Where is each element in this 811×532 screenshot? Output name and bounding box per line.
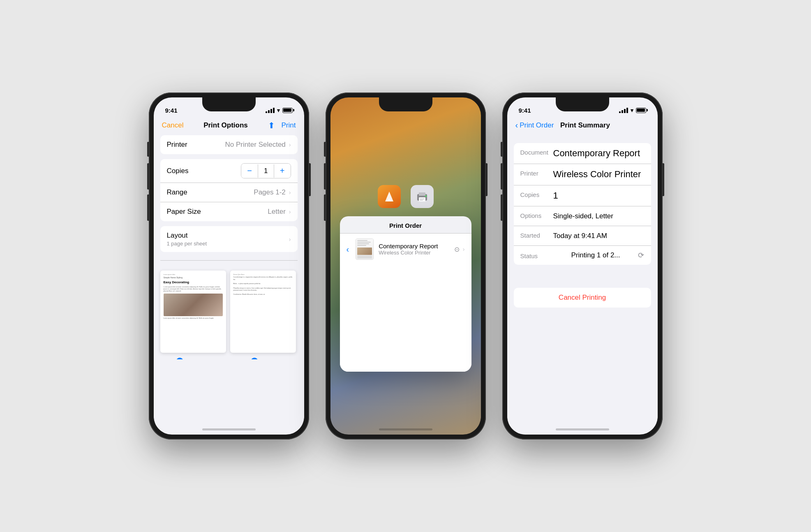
svg-point-9	[425, 195, 427, 197]
layout-info: Layout 1 page per sheet	[167, 231, 207, 247]
options-label: Options	[520, 211, 553, 219]
volume-up-button-2[interactable]	[324, 163, 326, 190]
paper-size-row[interactable]: Paper Size Letter ›	[160, 202, 298, 221]
battery-icon-3	[636, 108, 646, 113]
summary-options-row: Options Single-sided, Letter	[514, 206, 651, 226]
mute-button-2[interactable]	[324, 142, 326, 157]
phone-2: Print Order ‹	[326, 93, 486, 439]
volume-up-button-3[interactable]	[501, 163, 502, 190]
preview-page-1-container: Lorem ipsum dolor Simple Home Styling Ea…	[160, 271, 226, 353]
layout-label: Layout	[167, 231, 207, 240]
copies-value-3: 1	[553, 190, 645, 201]
printer-group: Printer No Printer Selected ›	[160, 135, 298, 154]
print-center-card: Print Order ‹	[340, 216, 471, 372]
power-button[interactable]	[309, 163, 311, 196]
signal-icon-3	[619, 108, 628, 113]
copies-value: 1	[258, 164, 274, 178]
preview-sub: Lorem ipsum dolor	[164, 274, 223, 276]
volume-down-button-2[interactable]	[324, 194, 326, 221]
status-icons-1: ▾	[266, 107, 293, 113]
volume-down-button[interactable]	[147, 194, 149, 221]
mute-button[interactable]	[147, 142, 149, 157]
phone-3-screen: 9:41 ▾ ‹ Print Order Print Summary	[507, 97, 658, 435]
phone-1: 9:41 ▾ Cancel Print Options ⬆ Print	[149, 93, 309, 439]
svg-rect-7	[420, 199, 425, 199]
summary-copies-row: Copies 1	[514, 185, 651, 206]
mute-button-3[interactable]	[501, 142, 502, 157]
battery-icon	[282, 108, 293, 113]
preview-page-2[interactable]: Donec Quis Nunc Corcetti integer in, mag…	[230, 271, 296, 353]
range-row[interactable]: Range Pages 1-2 ›	[160, 183, 298, 202]
started-label: Started	[520, 231, 553, 239]
volume-up-button[interactable]	[147, 163, 149, 190]
nav-bar-3: ‹ Print Order Print Summary	[507, 117, 658, 135]
back-arrow-icon: ‹	[515, 120, 518, 130]
range-label: Range	[167, 188, 187, 197]
preview-image	[164, 294, 223, 316]
cancel-button[interactable]: Cancel	[162, 121, 184, 130]
power-button-3[interactable]	[663, 163, 664, 196]
pc-back-icon[interactable]: ‹	[347, 245, 349, 254]
svg-rect-6	[419, 197, 425, 201]
notch-2	[379, 97, 432, 111]
layout-group: Layout 1 page per sheet ›	[160, 226, 298, 252]
options-value: Single-sided, Letter	[553, 211, 645, 220]
printer-value-3: Wireless Color Printer	[553, 169, 645, 180]
copies-row: Copies − 1 +	[160, 159, 298, 183]
paper-size-value: Letter ›	[268, 208, 291, 216]
home-indicator-3	[556, 428, 609, 430]
job-name: Contemporary Report	[379, 243, 449, 250]
summary-printer-row: Printer Wireless Color Printer	[514, 164, 651, 185]
phone-3: 9:41 ▾ ‹ Print Order Print Summary	[502, 93, 663, 439]
stepper-increment[interactable]: +	[274, 164, 291, 178]
document-value: Contemporary Report	[553, 148, 645, 159]
range-value: Pages 1-2 ›	[254, 188, 291, 197]
notch-3	[556, 97, 609, 111]
wifi-icon: ▾	[277, 107, 280, 113]
nav-right-actions: ⬆ Print	[268, 120, 296, 130]
svg-rect-2	[388, 199, 390, 201]
preview-page-1[interactable]: Lorem ipsum dolor Simple Home Styling Ea…	[160, 271, 226, 353]
started-value: Today at 9:41 AM	[553, 231, 645, 240]
layout-row[interactable]: Layout 1 page per sheet ›	[160, 226, 298, 252]
summary-status-row: Status Printing 1 of 2... ⟳	[514, 246, 651, 265]
print-job-info: Contemporary Report Wireless Color Print…	[379, 243, 449, 256]
back-button-3[interactable]: ‹ Print Order	[515, 120, 554, 130]
job-actions: ⊙ ›	[454, 245, 465, 253]
home-indicator-1	[202, 428, 256, 430]
print-order-title: Print Order	[340, 216, 471, 234]
nav-bar-1: Cancel Print Options ⬆ Print	[154, 117, 304, 135]
app-switcher: Print Order ‹	[330, 97, 481, 435]
print-job-row[interactable]: ‹ Contemporary Report	[340, 234, 471, 265]
cancel-printing-button[interactable]: Cancel Printing	[514, 288, 651, 308]
copies-stepper[interactable]: − 1 +	[241, 163, 291, 178]
share-icon[interactable]: ⬆	[268, 120, 275, 130]
status-value: Printing 1 of 2...	[571, 251, 620, 259]
copies-group: Copies − 1 + Range Pages 1-2 › Paper Siz…	[160, 159, 298, 221]
page-1-indicator: ✓ Page 1 of 2	[176, 358, 210, 359]
copies-label: Copies	[167, 167, 189, 175]
range-chevron-icon: ›	[289, 189, 291, 196]
preview-area: Lorem ipsum dolor Simple Home Styling Ea…	[154, 264, 304, 359]
svg-rect-5	[419, 192, 425, 196]
preview-page-2-container: Donec Quis Nunc Corcetti integer in, mag…	[230, 271, 296, 353]
stepper-decrement[interactable]: −	[241, 164, 258, 178]
power-button-2[interactable]	[486, 163, 488, 196]
spinner-icon: ⊙	[454, 245, 460, 253]
print-button[interactable]: Print	[282, 121, 296, 130]
paper-chevron-icon: ›	[289, 208, 291, 215]
volume-down-button-3[interactable]	[501, 194, 502, 221]
status-time-3: 9:41	[519, 107, 531, 114]
keynote-app-icon[interactable]	[378, 185, 401, 208]
preview-heading: Easy Decorating	[164, 280, 223, 285]
summary-started-row: Started Today at 9:41 AM	[514, 226, 651, 246]
print-center-app-icon[interactable]	[411, 185, 434, 208]
check-icon-1: ✓	[176, 358, 183, 359]
check-icon-2: ✓	[250, 358, 258, 359]
wifi-icon-3: ▾	[631, 107, 633, 113]
printer-row[interactable]: Printer No Printer Selected ›	[160, 135, 298, 154]
document-label: Document	[520, 148, 553, 156]
copies-label-3: Copies	[520, 190, 553, 198]
status-time-1: 9:41	[165, 107, 178, 114]
paper-size-label: Paper Size	[167, 208, 201, 216]
